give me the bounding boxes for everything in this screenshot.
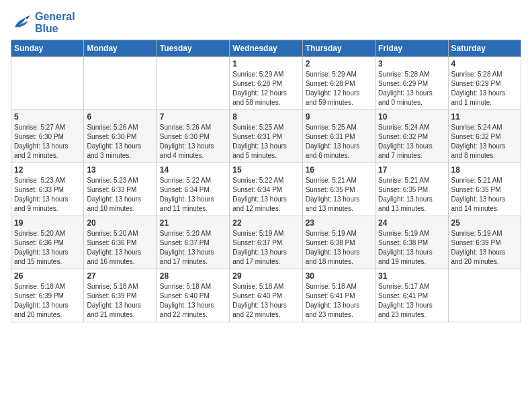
calendar-cell: 20Sunrise: 5:20 AMSunset: 6:36 PMDayligh… (84, 216, 157, 269)
calendar-cell: 4Sunrise: 5:28 AMSunset: 6:29 PMDaylight… (448, 57, 521, 110)
calendar-cell: 5Sunrise: 5:27 AMSunset: 6:30 PMDaylight… (11, 110, 84, 163)
day-info: Sunrise: 5:18 AMSunset: 6:41 PMDaylight:… (306, 282, 372, 320)
weekday-header-saturday: Saturday (448, 40, 521, 57)
day-info: Sunrise: 5:25 AMSunset: 6:31 PMDaylight:… (232, 123, 299, 161)
logo-icon (11, 12, 32, 34)
day-info: Sunrise: 5:20 AMSunset: 6:37 PMDaylight:… (160, 229, 226, 267)
calendar-cell: 15Sunrise: 5:22 AMSunset: 6:34 PMDayligh… (230, 163, 302, 216)
calendar-cell: 31Sunrise: 5:17 AMSunset: 6:41 PMDayligh… (375, 269, 448, 322)
weekday-header-row: SundayMondayTuesdayWednesdayThursdayFrid… (11, 40, 521, 57)
calendar-cell: 14Sunrise: 5:22 AMSunset: 6:34 PMDayligh… (157, 163, 229, 216)
day-number: 29 (232, 271, 299, 281)
day-number: 9 (306, 112, 372, 122)
calendar-week-row: 12Sunrise: 5:23 AMSunset: 6:33 PMDayligh… (11, 163, 521, 216)
day-info: Sunrise: 5:26 AMSunset: 6:30 PMDaylight:… (160, 123, 226, 161)
day-number: 16 (306, 165, 372, 175)
calendar-week-row: 1Sunrise: 5:29 AMSunset: 6:28 PMDaylight… (11, 57, 521, 110)
calendar-cell: 11Sunrise: 5:24 AMSunset: 6:32 PMDayligh… (448, 110, 521, 163)
calendar-week-row: 26Sunrise: 5:18 AMSunset: 6:39 PMDayligh… (11, 269, 521, 322)
day-number: 26 (14, 271, 81, 281)
day-number: 10 (378, 112, 445, 122)
day-info: Sunrise: 5:17 AMSunset: 6:41 PMDaylight:… (378, 282, 445, 320)
day-info: Sunrise: 5:20 AMSunset: 6:36 PMDaylight:… (87, 229, 153, 267)
day-number: 19 (14, 218, 81, 228)
day-info: Sunrise: 5:29 AMSunset: 6:28 PMDaylight:… (232, 70, 299, 107)
day-info: Sunrise: 5:18 AMSunset: 6:39 PMDaylight:… (14, 282, 81, 320)
day-info: Sunrise: 5:20 AMSunset: 6:36 PMDaylight:… (14, 229, 81, 267)
day-number: 15 (232, 165, 299, 175)
day-info: Sunrise: 5:18 AMSunset: 6:39 PMDaylight:… (87, 282, 153, 320)
day-number: 7 (160, 112, 226, 122)
day-info: Sunrise: 5:18 AMSunset: 6:40 PMDaylight:… (232, 282, 299, 320)
weekday-header-monday: Monday (84, 40, 157, 57)
calendar-cell: 18Sunrise: 5:21 AMSunset: 6:35 PMDayligh… (448, 163, 521, 216)
day-info: Sunrise: 5:28 AMSunset: 6:29 PMDaylight:… (378, 70, 445, 107)
calendar-cell: 17Sunrise: 5:21 AMSunset: 6:35 PMDayligh… (375, 163, 448, 216)
calendar-table: SundayMondayTuesdayWednesdayThursdayFrid… (11, 40, 521, 322)
day-info: Sunrise: 5:19 AMSunset: 6:37 PMDaylight:… (232, 229, 299, 267)
calendar-cell: 30Sunrise: 5:18 AMSunset: 6:41 PMDayligh… (302, 269, 375, 322)
weekday-header-tuesday: Tuesday (157, 40, 229, 57)
logo-text: General Blue (35, 11, 75, 34)
day-info: Sunrise: 5:26 AMSunset: 6:30 PMDaylight:… (87, 123, 153, 161)
day-number: 18 (451, 165, 518, 175)
logo: General Blue (11, 11, 75, 34)
day-number: 2 (306, 59, 372, 68)
weekday-header-thursday: Thursday (302, 40, 375, 57)
day-number: 5 (14, 112, 81, 122)
day-number: 3 (378, 59, 445, 68)
calendar-cell: 16Sunrise: 5:21 AMSunset: 6:35 PMDayligh… (302, 163, 375, 216)
weekday-header-wednesday: Wednesday (230, 40, 302, 57)
day-number: 14 (160, 165, 226, 175)
day-number: 30 (306, 271, 372, 281)
calendar-cell: 10Sunrise: 5:24 AMSunset: 6:32 PMDayligh… (375, 110, 448, 163)
calendar-cell: 27Sunrise: 5:18 AMSunset: 6:39 PMDayligh… (84, 269, 157, 322)
day-info: Sunrise: 5:21 AMSunset: 6:35 PMDaylight:… (306, 176, 372, 214)
day-number: 13 (87, 165, 153, 175)
calendar-cell: 25Sunrise: 5:19 AMSunset: 6:39 PMDayligh… (448, 216, 521, 269)
day-info: Sunrise: 5:28 AMSunset: 6:29 PMDaylight:… (451, 70, 518, 107)
calendar-cell (448, 269, 521, 322)
calendar-cell: 3Sunrise: 5:28 AMSunset: 6:29 PMDaylight… (375, 57, 448, 110)
day-info: Sunrise: 5:22 AMSunset: 6:34 PMDaylight:… (160, 176, 226, 214)
day-number: 23 (306, 218, 372, 228)
day-number: 27 (87, 271, 153, 281)
day-number: 22 (232, 218, 299, 228)
day-number: 31 (378, 271, 445, 281)
calendar-cell: 2Sunrise: 5:29 AMSunset: 6:28 PMDaylight… (302, 57, 375, 110)
calendar-cell: 24Sunrise: 5:19 AMSunset: 6:38 PMDayligh… (375, 216, 448, 269)
calendar-cell: 26Sunrise: 5:18 AMSunset: 6:39 PMDayligh… (11, 269, 84, 322)
calendar-cell (84, 57, 157, 110)
day-number: 1 (232, 59, 299, 68)
weekday-header-sunday: Sunday (11, 40, 84, 57)
day-number: 17 (378, 165, 445, 175)
calendar-cell: 13Sunrise: 5:23 AMSunset: 6:33 PMDayligh… (84, 163, 157, 216)
calendar-cell: 7Sunrise: 5:26 AMSunset: 6:30 PMDaylight… (157, 110, 229, 163)
day-number: 6 (87, 112, 153, 122)
day-info: Sunrise: 5:22 AMSunset: 6:34 PMDaylight:… (232, 176, 299, 214)
day-number: 11 (451, 112, 518, 122)
calendar-cell: 19Sunrise: 5:20 AMSunset: 6:36 PMDayligh… (11, 216, 84, 269)
calendar-cell (11, 57, 84, 110)
day-info: Sunrise: 5:19 AMSunset: 6:39 PMDaylight:… (451, 229, 518, 267)
day-info: Sunrise: 5:24 AMSunset: 6:32 PMDaylight:… (378, 123, 445, 161)
calendar-week-row: 5Sunrise: 5:27 AMSunset: 6:30 PMDaylight… (11, 110, 521, 163)
day-number: 20 (87, 218, 153, 228)
day-number: 28 (160, 271, 226, 281)
day-info: Sunrise: 5:21 AMSunset: 6:35 PMDaylight:… (451, 176, 518, 214)
day-number: 4 (451, 59, 518, 68)
page-header: General Blue (11, 11, 521, 34)
calendar-cell: 22Sunrise: 5:19 AMSunset: 6:37 PMDayligh… (230, 216, 302, 269)
day-info: Sunrise: 5:27 AMSunset: 6:30 PMDaylight:… (14, 123, 81, 161)
calendar-cell: 29Sunrise: 5:18 AMSunset: 6:40 PMDayligh… (230, 269, 302, 322)
day-number: 25 (451, 218, 518, 228)
calendar-cell: 23Sunrise: 5:19 AMSunset: 6:38 PMDayligh… (302, 216, 375, 269)
day-info: Sunrise: 5:23 AMSunset: 6:33 PMDaylight:… (87, 176, 153, 214)
day-number: 21 (160, 218, 226, 228)
calendar-cell (157, 57, 229, 110)
day-info: Sunrise: 5:24 AMSunset: 6:32 PMDaylight:… (451, 123, 518, 161)
day-info: Sunrise: 5:19 AMSunset: 6:38 PMDaylight:… (378, 229, 445, 267)
day-info: Sunrise: 5:25 AMSunset: 6:31 PMDaylight:… (306, 123, 372, 161)
day-info: Sunrise: 5:21 AMSunset: 6:35 PMDaylight:… (378, 176, 445, 214)
calendar-cell: 8Sunrise: 5:25 AMSunset: 6:31 PMDaylight… (230, 110, 302, 163)
